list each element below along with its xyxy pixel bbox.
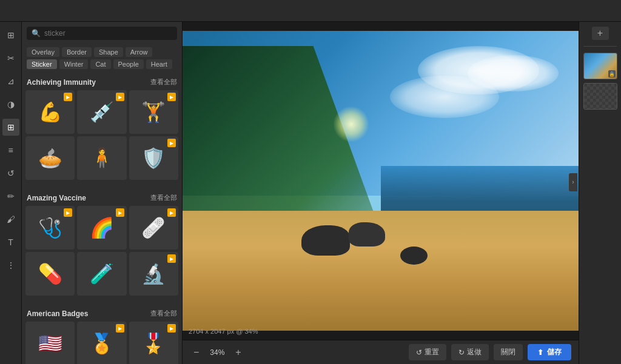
tag-filters: Overlay Border Shape Arrow Sticker Winte… (22, 45, 182, 74)
sticker-badge: ▶ (116, 93, 124, 101)
sticker-emoji: 🥧 (38, 148, 62, 168)
layer-lock-icon: 🔒 (608, 70, 616, 78)
sticker-badge: ▶ (167, 139, 176, 147)
sticker-emoji: 🌈 (90, 218, 114, 237)
sticker-item[interactable]: 💊 (25, 252, 75, 296)
redo-button[interactable]: ↻ 返做 (451, 344, 489, 360)
search-icon: 🔍 (32, 29, 41, 38)
search-bar: 🔍 sticker (22, 22, 182, 45)
category-american-badges: American Badges 查看全部 🇺🇸 🏅 ▶ 🎖️ ▶ (25, 305, 178, 364)
tag-cat[interactable]: Cat (90, 59, 110, 69)
beach-scene (183, 31, 579, 331)
top-bar (0, 0, 621, 22)
sticker-icon[interactable]: ⊞ (2, 119, 19, 136)
sticker-grid-2: 🩺 ▶ 🌈 ▶ 🩹 ▶ 💊 🧪 (25, 206, 178, 296)
canvas-main: 2704 x 2047 px @ 34% (183, 22, 579, 340)
sticker-emoji: 🎖️ (141, 334, 166, 353)
sticker-item[interactable]: 🌈 ▶ (77, 206, 126, 250)
sticker-emoji: 💊 (38, 264, 62, 283)
view-all-3[interactable]: 查看全部 (150, 309, 177, 318)
sticker-emoji: 🏅 (90, 334, 114, 353)
category-title-1: Achieving Immunity (27, 78, 96, 87)
sticker-panel: 🔍 sticker Overlay Border Shape Arrow Sti… (22, 22, 183, 364)
sticker-emoji: 🔬 (141, 264, 166, 283)
tag-winter[interactable]: Winter (59, 59, 89, 69)
cut-icon[interactable]: ✂ (2, 50, 19, 67)
sticker-badge: ▶ (64, 93, 72, 101)
left-toolbar: ⊞ ✂ ⊿ ◑ ⊞ ≡ ↺ ✏ 🖌 T ⋮ (0, 22, 22, 364)
sticker-item[interactable]: 🧍 (77, 136, 126, 180)
upload-icon: ⬆ (537, 348, 543, 357)
pen-icon[interactable]: ✏ (2, 188, 19, 205)
rock3 (400, 247, 428, 265)
sticker-item[interactable]: 🛡️ ▶ (129, 136, 178, 180)
sticker-emoji: 🩹 (141, 218, 166, 237)
rock1 (301, 225, 350, 256)
sticker-item[interactable]: 💪 ▶ (25, 90, 75, 134)
sticker-grid-1: 💪 ▶ 💉 ▶ 🏋️ ▶ 🥧 🧍 (25, 90, 178, 180)
canvas-info: 2704 x 2047 px @ 34% (189, 328, 258, 335)
layer-thumbnail-2[interactable] (583, 83, 617, 110)
category-title-2: Amazing Vaccine (27, 194, 86, 202)
tag-people[interactable]: People (113, 59, 144, 69)
category-amazing-vaccine: Amazing Vaccine 查看全部 🩺 ▶ 🌈 ▶ 🩹 ▶ (25, 190, 178, 296)
sticker-item[interactable]: 🔬 ▶ (129, 252, 178, 296)
canvas-image (183, 31, 579, 331)
category-title-3: American Badges (27, 309, 88, 318)
save-button[interactable]: ⬆ 儲存 (528, 344, 571, 360)
rock2 (349, 222, 385, 247)
beach-cloud3 (390, 76, 499, 118)
sticker-badge: ▶ (116, 324, 124, 333)
category-achieving-immunity: Achieving Immunity 查看全部 💪 ▶ 💉 ▶ 🏋️ ▶ (25, 74, 178, 180)
sticker-emoji: 🧍 (90, 148, 114, 168)
sticker-list[interactable]: Achieving Immunity 查看全部 💪 ▶ 💉 ▶ 🏋️ ▶ (22, 74, 182, 364)
layers-icon[interactable]: ⊞ (2, 27, 19, 44)
sticker-item[interactable]: 🏋️ ▶ (129, 90, 178, 134)
sticker-badge: ▶ (116, 208, 124, 217)
half-circle-icon[interactable]: ◑ (2, 96, 19, 113)
rotate-icon[interactable]: ↺ (2, 165, 19, 182)
view-all-1[interactable]: 查看全部 (150, 78, 177, 87)
zoom-out-button[interactable]: − (190, 346, 203, 359)
reset-button[interactable]: ↺ 重置 (409, 344, 446, 360)
adjust-icon[interactable]: ⊿ (2, 73, 19, 90)
sticker-item[interactable]: 🩺 ▶ (25, 206, 75, 250)
sticker-emoji: 💉 (90, 102, 114, 122)
tag-sticker[interactable]: Sticker (27, 59, 57, 69)
brush-icon[interactable]: 🖌 (2, 211, 19, 228)
text-icon[interactable]: T (2, 234, 19, 251)
canvas-area: 2704 x 2047 px @ 34% − 34% + ↺ 重置 ↻ 返做 關… (183, 22, 579, 364)
sticker-item[interactable]: 🥧 (25, 136, 75, 180)
filter-icon[interactable]: ⋮ (2, 257, 19, 274)
sticker-item[interactable]: 🧪 (77, 252, 126, 296)
layer-divider (583, 46, 617, 47)
tag-arrow[interactable]: Arrow (126, 47, 153, 57)
sticker-badge: ▶ (64, 208, 72, 217)
sticker-item[interactable]: 🎖️ ▶ (129, 322, 178, 364)
sticker-emoji: 🇺🇸 (38, 334, 62, 353)
tag-overlay[interactable]: Overlay (27, 47, 59, 57)
tag-shape[interactable]: Shape (94, 47, 123, 57)
zoom-in-button[interactable]: + (232, 346, 244, 359)
tag-heart[interactable]: Heart (146, 59, 172, 69)
collapse-panel-button[interactable]: › (569, 173, 577, 191)
zoom-controls: − 34% + (190, 346, 245, 359)
sticker-badge: ▶ (167, 324, 176, 333)
sun-glare (333, 106, 369, 142)
sticker-emoji: 🏋️ (141, 102, 166, 122)
close-button[interactable]: 關閉 (494, 344, 523, 360)
view-all-2[interactable]: 查看全部 (150, 193, 177, 202)
category-header-2: Amazing Vaccine 查看全部 (25, 190, 178, 206)
sliders-icon[interactable]: ≡ (2, 142, 19, 159)
sticker-item[interactable]: 🩹 ▶ (129, 206, 178, 250)
sticker-item[interactable]: 🏅 ▶ (77, 322, 126, 364)
tag-border[interactable]: Border (62, 47, 92, 57)
sticker-badge: ▶ (167, 93, 176, 101)
right-panel: + 🔒 (579, 22, 621, 364)
layer-thumbnail-1[interactable]: 🔒 (583, 53, 617, 79)
sticker-item[interactable]: 💉 ▶ (77, 90, 126, 134)
sticker-item[interactable]: 🇺🇸 (25, 322, 75, 364)
search-input[interactable]: sticker (44, 29, 172, 38)
add-layer-button[interactable]: + (592, 27, 609, 40)
search-input-wrap: 🔍 sticker (27, 27, 177, 40)
